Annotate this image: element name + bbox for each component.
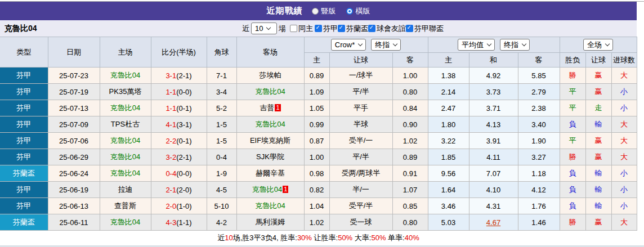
league-checkbox-1[interactable]: 芬蘭盃 xyxy=(338,24,368,34)
score-cell: 2-1(2-0) xyxy=(151,182,207,198)
home-team-cell: 查普斯 xyxy=(100,198,151,214)
title-bar: 近期戰績 豎版橫版 xyxy=(0,2,637,20)
avg-home-cell: 5.03 xyxy=(428,214,469,231)
avg-home-cell: 9.56 xyxy=(428,165,469,182)
handicap-cell: 平/半 xyxy=(329,149,392,165)
league-cell: 芬甲 xyxy=(0,68,48,84)
league-cell: 芬甲 xyxy=(0,133,48,149)
league-checkbox-3[interactable]: 芬甲聯盃 xyxy=(406,24,444,34)
odds-away-cell: 1.00 xyxy=(392,68,428,84)
goals-cell: 小 xyxy=(611,182,637,198)
date-cell: 25-06-19 xyxy=(48,182,100,198)
score-cell: 2-0(1-0) xyxy=(151,198,207,214)
odds-away-cell: 1.02 xyxy=(392,133,428,149)
avg-draw-value: 3.91 xyxy=(486,137,500,145)
fulltime-score: 4-3 xyxy=(166,218,176,227)
avg-draw-cell: 3.71 xyxy=(469,100,518,116)
handicap-cell: 半/一 xyxy=(329,182,392,198)
result-cell: 負 xyxy=(560,116,585,133)
avg-draw-value: 4.11 xyxy=(486,153,500,161)
corner-cell: 0-4 xyxy=(207,149,236,165)
goals-cell: 小 xyxy=(611,84,637,100)
odds-home-cell: 1.00 xyxy=(304,149,329,165)
odds-away-cell: 0.85 xyxy=(392,198,428,214)
col-subheader-let-result: 让球 xyxy=(585,53,611,68)
average-select[interactable]: 平均值 xyxy=(458,39,495,51)
league-cell: 芬甲 xyxy=(0,149,48,165)
league-checkbox-0[interactable]: 芬甲 xyxy=(315,24,338,34)
home-team-cell: 克魯比04 xyxy=(100,165,151,182)
odds-away-cell: 0.80 xyxy=(392,84,428,100)
handicap-cell: 受一球 xyxy=(329,214,392,231)
home-team-cell: 克魯比04 xyxy=(100,149,151,165)
checkbox-checked-icon[interactable] xyxy=(315,25,322,32)
score-cell: 4-1(3-1) xyxy=(151,116,207,133)
fulltime-score: 3-1 xyxy=(166,71,176,80)
same-home-checkbox[interactable]: 同主 xyxy=(290,24,313,34)
result-cell: 勝 xyxy=(560,68,585,84)
scope-select[interactable]: 全场 xyxy=(583,39,613,51)
odds-away-cell: 0.89 xyxy=(392,149,428,165)
odds-company-select[interactable]: Crow* xyxy=(331,39,366,51)
odds-home-cell: 1.09 xyxy=(304,84,329,100)
layout-radio-horizontal[interactable]: 橫版 xyxy=(346,6,370,16)
goals-cell: 小 xyxy=(611,165,637,182)
col-subheader-odds-away: 客 xyxy=(392,53,428,68)
date-cell: 25-07-09 xyxy=(48,116,100,133)
halftime-score: (0-0) xyxy=(176,88,191,96)
date-cell: 25-07-19 xyxy=(48,84,100,100)
league-cell: 芬甲 xyxy=(0,182,48,198)
avg-draw-cell: 4.10 xyxy=(469,182,518,198)
col-header-away: 客场 xyxy=(236,37,304,68)
fulltime-score: 2-0 xyxy=(166,202,176,210)
checkbox-checked-icon[interactable] xyxy=(406,25,413,32)
date-cell: 25-06-13 xyxy=(48,198,100,214)
radio-checked-icon[interactable] xyxy=(346,8,353,15)
fulltime-score: 3-2 xyxy=(166,153,176,161)
red-card-badge: 1 xyxy=(275,104,280,111)
date-cell: 25-07-06 xyxy=(48,133,100,149)
score-cell: 3-1(2-1) xyxy=(151,68,207,84)
result-cell: 平 xyxy=(560,133,585,149)
layout-radio-vertical[interactable]: 豎版 xyxy=(312,6,336,16)
odds-home-cell: 1.05 xyxy=(304,100,329,116)
layout-radio-group: 豎版橫版 xyxy=(312,6,370,16)
summary-segment: 40% xyxy=(405,233,419,242)
avg-home-cell: 2.14 xyxy=(428,84,469,100)
let-result-cell: 赢 xyxy=(585,68,611,84)
average-stage-select[interactable]: 终指 xyxy=(500,39,530,51)
fulltime-score: 4-1 xyxy=(166,120,176,129)
chevron-down-icon xyxy=(358,42,363,46)
checkbox-checked-icon[interactable] xyxy=(338,25,345,32)
goals-cell: 大 xyxy=(611,116,637,133)
league-checkbox-2[interactable]: 球會友誼 xyxy=(368,24,406,34)
col-header-corner: 角球 xyxy=(207,37,236,68)
corner-cell: 1-9 xyxy=(207,165,236,182)
let-result-cell: 輸 xyxy=(585,198,611,214)
score-cell: 2-2(0-1) xyxy=(151,133,207,149)
checkbox-checked-icon[interactable] xyxy=(368,25,375,32)
match-count-select[interactable]: 10 xyxy=(251,23,277,34)
avg-draw-link[interactable]: 4.67 xyxy=(486,218,500,227)
goals-cell: 小 xyxy=(611,198,637,214)
radio-unchecked-icon[interactable] xyxy=(312,8,319,15)
odds-away-cell: 1.07 xyxy=(392,182,428,198)
col-subheader-avg-away: 客 xyxy=(518,53,560,68)
odds-stage-select[interactable]: 终指 xyxy=(371,39,401,51)
chevron-down-icon xyxy=(266,25,271,30)
avg-draw-cell: 4.11 xyxy=(469,149,518,165)
avg-draw-cell: 4.13 xyxy=(469,116,518,133)
odds-home-cell: 1.04 xyxy=(304,198,329,214)
chevron-down-icon xyxy=(393,42,397,46)
header-row-top: 类型 日期 主场 比分(半场) 角球 客场 Crow* 终指 xyxy=(0,37,637,53)
summary-segment: 50% xyxy=(338,233,352,242)
date-cell: 25-07-13 xyxy=(48,100,100,116)
avg-away-cell: 1.76 xyxy=(518,198,560,214)
checkbox-unchecked-icon[interactable] xyxy=(290,25,297,32)
avg-draw-value: 7.07 xyxy=(486,169,500,178)
radio-label-text: 橫版 xyxy=(356,6,370,16)
halftime-score: (0-0) xyxy=(176,169,191,178)
away-team-cell: 克魯比04 xyxy=(236,84,304,100)
col-header-type: 类型 xyxy=(0,37,48,68)
summary-segment: 大率: xyxy=(352,233,371,242)
